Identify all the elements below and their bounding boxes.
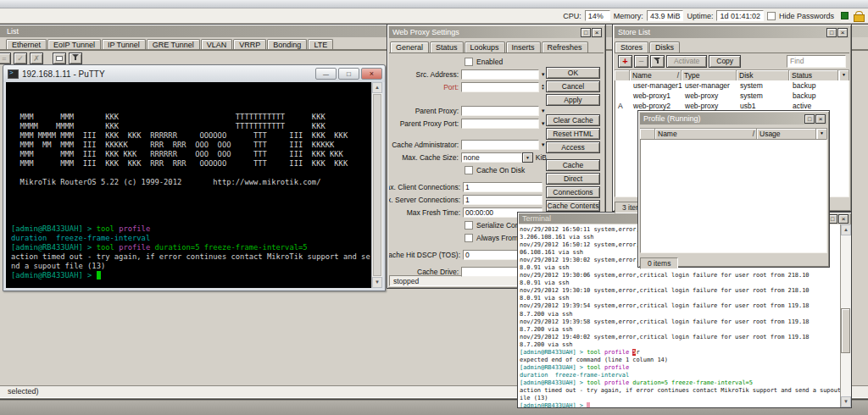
checkbox-cache-on-disk[interactable] xyxy=(465,166,473,174)
putty-scrollbar[interactable] xyxy=(371,82,382,288)
scrollbar-track[interactable] xyxy=(841,235,851,396)
tab-disks[interactable]: Disks xyxy=(649,42,680,53)
close-button[interactable] xyxy=(361,68,382,80)
comment-button[interactable] xyxy=(53,53,66,64)
enable-button[interactable]: ✓ xyxy=(14,53,27,64)
profile-window: Profile (Running) Name/ Usage 0 items xyxy=(637,110,830,268)
table-row[interactable]: web-proxy1web-proxysystembackup xyxy=(615,91,849,101)
close-button[interactable] xyxy=(815,114,826,124)
close-button[interactable] xyxy=(838,214,849,224)
maximize-button[interactable] xyxy=(338,68,359,80)
reset-html-button[interactable]: Reset HTML xyxy=(546,128,600,140)
input-cache-administrator[interactable] xyxy=(461,140,539,150)
terminal-scrollbar[interactable] xyxy=(840,224,851,407)
add-button[interactable] xyxy=(618,55,632,68)
tab-vlan[interactable]: VLAN xyxy=(201,39,233,49)
access-button[interactable]: Access xyxy=(546,141,600,153)
rollup-button[interactable] xyxy=(804,114,815,124)
column-header-disk[interactable]: Disk xyxy=(737,70,789,80)
scrollbar-thumb[interactable] xyxy=(841,308,850,353)
direct-button[interactable]: Direct xyxy=(546,173,600,185)
tab-ethernet[interactable]: Ethernet xyxy=(6,39,47,49)
tab-status[interactable]: Status xyxy=(430,42,464,53)
profile-titlebar[interactable]: Profile (Running) xyxy=(640,113,827,125)
input-src-address[interactable] xyxy=(461,69,539,80)
terminal-line xyxy=(11,196,371,206)
column-header-type[interactable]: Type xyxy=(682,70,737,80)
scrollbar-thumb[interactable] xyxy=(373,94,381,276)
web-proxy-buttons: OKCancelApplyClear CacheReset HTMLAccess… xyxy=(546,67,600,212)
table-row[interactable]: user-manager1user-managersystembackup xyxy=(615,80,849,91)
sort-ascending-icon: / xyxy=(753,130,756,139)
connections-button[interactable]: Connections xyxy=(546,186,600,198)
tab-inserts[interactable]: Inserts xyxy=(506,42,541,53)
terminal-line: action timed out - try again, if error c… xyxy=(11,252,371,262)
desktop-edge-top xyxy=(0,0,868,8)
remove-button[interactable] xyxy=(634,55,648,68)
checkbox-always-from-cache[interactable] xyxy=(465,234,473,242)
scroll-down-icon[interactable] xyxy=(372,277,382,288)
tab-eoip-tunnel[interactable]: EoIP Tunnel xyxy=(47,39,101,49)
terminal-line: nov/29/2012 19:39:54 system,error,critic… xyxy=(520,302,840,310)
tab-vrrp[interactable]: VRRP xyxy=(233,39,266,49)
filter-button[interactable] xyxy=(650,55,665,68)
clear-cache-button[interactable]: Clear Cache xyxy=(546,114,600,126)
copy-button[interactable]: Copy xyxy=(709,55,741,68)
close-button[interactable] xyxy=(837,28,848,37)
sort-button[interactable]: = xyxy=(0,53,11,64)
tab-lookups[interactable]: Lookups xyxy=(465,42,505,53)
column-header-usage[interactable]: Usage xyxy=(757,129,816,139)
terminal-line: nov/29/2012 19:30:10 system,error,critic… xyxy=(520,287,840,295)
status-text: stopped xyxy=(393,277,419,285)
tab-lte[interactable]: LTE xyxy=(308,39,333,49)
scroll-down-icon[interactable] xyxy=(841,396,851,407)
tab-general[interactable]: General xyxy=(390,42,429,53)
apply-button[interactable]: Apply xyxy=(546,94,600,106)
scroll-up-icon[interactable] xyxy=(372,82,382,93)
field-label: Cache Hit DSCP (TOS): xyxy=(389,251,463,259)
minimize-button[interactable] xyxy=(315,68,337,80)
checkbox-enabled[interactable] xyxy=(465,58,473,66)
input-parent-proxy-port[interactable] xyxy=(461,119,539,129)
tab-bonding[interactable]: Bonding xyxy=(267,39,307,49)
disable-button[interactable]: ✗ xyxy=(30,53,43,64)
store-list-titlebar[interactable]: Store List xyxy=(615,26,849,38)
input-parent-proxy[interactable] xyxy=(461,106,539,116)
field-parent-proxy: Parent Proxy:▼ xyxy=(389,106,547,116)
column-dropdown-button[interactable] xyxy=(816,129,827,139)
input-max-cache-size[interactable]: none xyxy=(461,152,522,163)
input-max-server-connections[interactable]: 1 xyxy=(463,195,542,205)
find-input[interactable]: Find xyxy=(787,55,846,68)
column-header-flag[interactable] xyxy=(615,70,630,80)
close-button[interactable] xyxy=(592,28,602,37)
putty-terminal[interactable]: MMM MMM KKK TTTTTTTTTTT KKK MMMM MMMM KK… xyxy=(6,82,371,288)
column-dropdown-button[interactable] xyxy=(838,70,849,80)
activate-button[interactable]: Activate xyxy=(666,55,707,68)
rollup-button[interactable] xyxy=(826,28,837,37)
checkbox-serialize-connections[interactable] xyxy=(465,221,473,230)
column-label: Disk xyxy=(739,71,754,80)
input-max-client-connections[interactable]: 1 xyxy=(463,182,542,192)
ok-button[interactable]: OK xyxy=(546,67,600,79)
column-label: Name xyxy=(632,71,652,80)
column-label: Name xyxy=(658,130,677,139)
tab-stores[interactable]: Stores xyxy=(615,42,648,53)
input-port[interactable] xyxy=(461,82,539,92)
column-header-name[interactable]: Name/ xyxy=(630,70,682,80)
column-header-flag[interactable] xyxy=(640,129,655,139)
dropdown-button[interactable]: ▼ xyxy=(522,152,533,163)
tab-gre-tunnel[interactable]: GRE Tunnel xyxy=(147,39,200,49)
tab-ip-tunnel[interactable]: IP Tunnel xyxy=(102,39,146,49)
web-proxy-titlebar[interactable]: Web Proxy Settings xyxy=(389,26,604,38)
filter-button[interactable] xyxy=(69,53,82,64)
putty-titlebar[interactable]: 192.168.1.11 - PuTTY xyxy=(3,65,385,82)
tab-refreshes[interactable]: Refreshes xyxy=(542,42,588,53)
rollup-button[interactable] xyxy=(581,28,591,37)
column-header-status[interactable]: Status xyxy=(789,70,838,80)
hide-passwords-checkbox[interactable] xyxy=(767,12,776,20)
cache-button[interactable]: Cache xyxy=(546,159,600,171)
column-header-name[interactable]: Name/ xyxy=(655,129,757,139)
cache-contents-button[interactable]: Cache Contents xyxy=(546,200,600,212)
scroll-up-icon[interactable] xyxy=(841,224,851,235)
cancel-button[interactable]: Cancel xyxy=(546,80,600,92)
